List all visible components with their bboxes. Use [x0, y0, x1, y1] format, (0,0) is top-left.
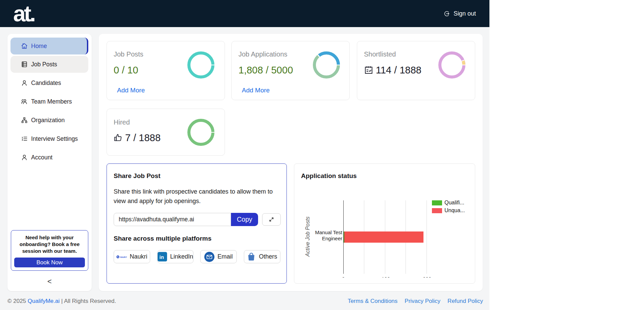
- svg-text:naukri: naukri: [120, 256, 127, 258]
- svg-text:in: in: [159, 254, 164, 260]
